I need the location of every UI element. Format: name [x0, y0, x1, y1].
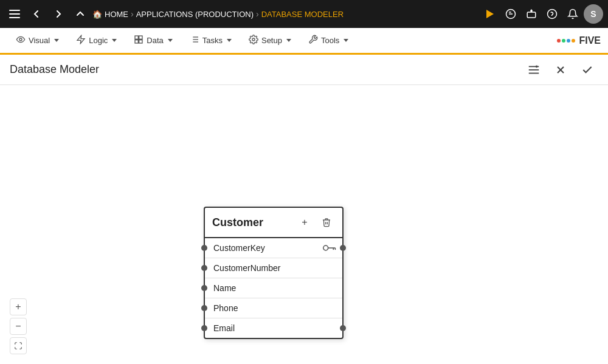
- canvas-area: Customer + CustomerKey: [0, 85, 608, 364]
- entity-title: Customer: [212, 216, 291, 229]
- five-logo: FIVE: [557, 35, 601, 46]
- breadcrumb-sep-2: ›: [256, 9, 259, 19]
- svg-rect-8: [135, 36, 138, 39]
- entity-header: Customer +: [205, 208, 342, 238]
- left-connector-email: [201, 325, 207, 331]
- tasks-icon: [190, 35, 199, 46]
- svg-rect-1: [9, 13, 20, 15]
- left-connector-name: [201, 285, 207, 291]
- home-icon: 🏠: [92, 10, 102, 19]
- page-actions: [523, 59, 598, 81]
- toolbar-logic[interactable]: Logic: [67, 27, 125, 54]
- play-button[interactable]: [480, 4, 500, 24]
- left-connector-phone: [201, 305, 207, 311]
- svg-rect-0: [9, 10, 20, 11]
- data-icon: [134, 35, 143, 46]
- entity-add-button[interactable]: +: [296, 214, 313, 231]
- breadcrumb-sep-1: ›: [131, 9, 134, 19]
- svg-point-18: [252, 38, 255, 41]
- toolbar-tasks[interactable]: Tasks: [181, 27, 240, 54]
- left-connector-customernumber: [201, 265, 207, 271]
- notifications-icon[interactable]: [563, 4, 582, 24]
- close-button[interactable]: [550, 59, 572, 81]
- bot-icon[interactable]: [522, 4, 541, 24]
- svg-point-26: [323, 246, 328, 250]
- back-button[interactable]: [27, 4, 46, 24]
- logic-caret: [112, 39, 117, 42]
- customer-entity[interactable]: Customer + CustomerKey: [204, 207, 344, 339]
- svg-rect-11: [139, 40, 142, 43]
- zoom-controls: + −: [10, 298, 27, 354]
- nav-right-icons: S: [480, 4, 603, 24]
- breadcrumb-applications[interactable]: APPLICATIONS (PRODUCTION): [136, 10, 254, 19]
- add-panel-button[interactable]: [523, 59, 545, 81]
- page-header: Database Modeler: [0, 55, 608, 85]
- svg-rect-2: [9, 17, 20, 18]
- toolbar-visual[interactable]: Visual: [7, 27, 67, 54]
- up-button[interactable]: [71, 4, 90, 24]
- svg-point-5: [531, 10, 532, 12]
- toolbar-setup[interactable]: Setup: [240, 27, 300, 54]
- top-navbar: 🏠 HOME › APPLICATIONS (PRODUCTION) › DAT…: [0, 0, 608, 28]
- svg-point-7: [19, 38, 22, 41]
- toolbar-tools[interactable]: Tools: [300, 27, 357, 54]
- toolbar-data[interactable]: Data: [125, 27, 181, 54]
- tasks-caret: [227, 39, 232, 42]
- svg-rect-4: [527, 12, 536, 18]
- zoom-in-button[interactable]: +: [10, 298, 27, 315]
- right-connector-email: [340, 325, 346, 331]
- forward-button[interactable]: [49, 4, 68, 24]
- visual-icon: [16, 35, 26, 46]
- tools-caret: [344, 39, 348, 42]
- field-phone[interactable]: Phone: [205, 298, 342, 318]
- breadcrumb-home[interactable]: 🏠 HOME: [92, 10, 128, 19]
- setup-icon: [249, 35, 258, 46]
- entity-delete-button[interactable]: [318, 214, 335, 231]
- visual-caret: [54, 39, 59, 42]
- data-caret: [168, 39, 173, 42]
- page-title: Database Modeler: [10, 63, 523, 76]
- save-button[interactable]: [576, 59, 598, 81]
- setup-caret: [286, 39, 291, 42]
- field-email[interactable]: Email: [205, 318, 342, 338]
- left-connector-customerkey: [201, 245, 207, 251]
- field-customerkey[interactable]: CustomerKey: [205, 238, 342, 258]
- chat-icon[interactable]: [501, 4, 520, 24]
- breadcrumb-modeler[interactable]: DATABASE MODELER: [261, 10, 344, 19]
- right-connector-customerkey: [340, 245, 346, 251]
- secondary-toolbar: Visual Logic Data: [0, 28, 608, 55]
- breadcrumb: 🏠 HOME › APPLICATIONS (PRODUCTION) › DAT…: [92, 9, 478, 19]
- svg-rect-9: [139, 36, 142, 39]
- logic-icon: [76, 35, 86, 46]
- help-icon[interactable]: [542, 4, 562, 24]
- fit-screen-button[interactable]: [10, 337, 27, 354]
- key-icon: [323, 244, 336, 252]
- user-avatar[interactable]: S: [584, 4, 603, 24]
- tools-icon: [308, 35, 318, 46]
- zoom-out-button[interactable]: −: [10, 318, 27, 335]
- hamburger-menu-icon[interactable]: [5, 4, 24, 24]
- field-name[interactable]: Name: [205, 278, 342, 298]
- field-customernumber[interactable]: CustomerNumber: [205, 258, 342, 278]
- svg-rect-10: [135, 40, 138, 43]
